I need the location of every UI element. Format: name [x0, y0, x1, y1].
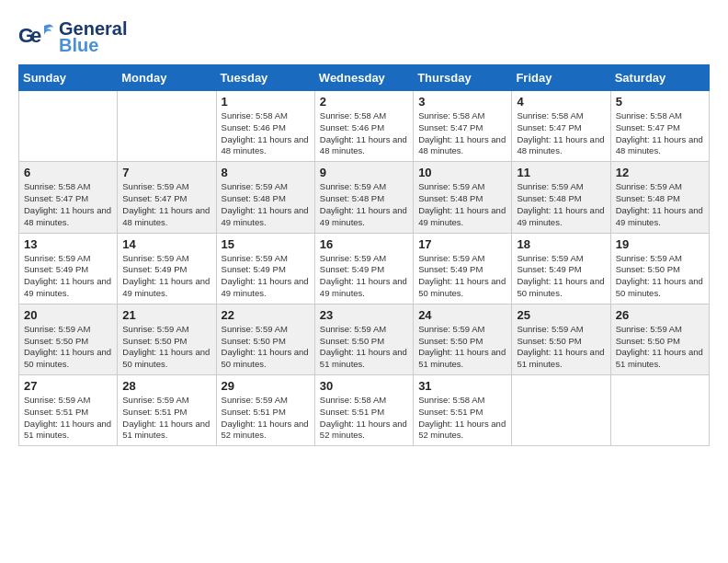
calendar-cell [118, 91, 216, 162]
day-info: Sunrise: 5:59 AM Sunset: 5:48 PM Dayligh… [320, 181, 408, 228]
calendar-cell: 18Sunrise: 5:59 AM Sunset: 5:49 PM Dayli… [512, 233, 610, 304]
calendar-cell: 4Sunrise: 5:58 AM Sunset: 5:47 PM Daylig… [512, 91, 610, 162]
day-number: 29 [222, 379, 310, 393]
day-info: Sunrise: 5:59 AM Sunset: 5:49 PM Dayligh… [517, 253, 605, 300]
day-number: 15 [222, 237, 310, 251]
calendar-cell: 2Sunrise: 5:58 AM Sunset: 5:46 PM Daylig… [314, 91, 413, 162]
calendar-cell: 3Sunrise: 5:58 AM Sunset: 5:47 PM Daylig… [414, 91, 512, 162]
day-number: 9 [320, 166, 408, 179]
calendar-cell: 25Sunrise: 5:59 AM Sunset: 5:50 PM Dayli… [512, 304, 610, 374]
day-info: Sunrise: 5:59 AM Sunset: 5:47 PM Dayligh… [122, 181, 210, 228]
day-info: Sunrise: 5:59 AM Sunset: 5:48 PM Dayligh… [517, 181, 605, 228]
day-info: Sunrise: 5:59 AM Sunset: 5:49 PM Dayligh… [320, 253, 408, 300]
day-info: Sunrise: 5:58 AM Sunset: 5:51 PM Dayligh… [320, 395, 408, 442]
day-number: 11 [517, 166, 605, 179]
calendar-week-row: 6Sunrise: 5:58 AM Sunset: 5:47 PM Daylig… [19, 162, 710, 233]
col-wednesday: Wednesday [314, 65, 413, 91]
day-info: Sunrise: 5:59 AM Sunset: 5:49 PM Dayligh… [222, 253, 310, 300]
day-number: 4 [517, 95, 605, 109]
calendar-cell: 10Sunrise: 5:59 AM Sunset: 5:48 PM Dayli… [414, 162, 512, 233]
calendar-cell: 11Sunrise: 5:59 AM Sunset: 5:48 PM Dayli… [512, 162, 610, 233]
day-info: Sunrise: 5:59 AM Sunset: 5:49 PM Dayligh… [122, 253, 210, 300]
day-info: Sunrise: 5:59 AM Sunset: 5:48 PM Dayligh… [222, 181, 310, 228]
day-number: 10 [418, 166, 506, 179]
calendar-cell: 17Sunrise: 5:59 AM Sunset: 5:49 PM Dayli… [414, 233, 512, 304]
day-info: Sunrise: 5:59 AM Sunset: 5:50 PM Dayligh… [122, 324, 210, 371]
day-number: 16 [320, 237, 408, 251]
day-info: Sunrise: 5:59 AM Sunset: 5:50 PM Dayligh… [222, 324, 310, 371]
day-info: Sunrise: 5:59 AM Sunset: 5:50 PM Dayligh… [616, 324, 704, 371]
day-number: 28 [122, 379, 210, 393]
day-number: 5 [616, 95, 704, 109]
calendar-cell: 8Sunrise: 5:59 AM Sunset: 5:48 PM Daylig… [216, 162, 314, 233]
calendar-cell: 1Sunrise: 5:58 AM Sunset: 5:46 PM Daylig… [216, 91, 314, 162]
page-header: G e General Blue [18, 18, 710, 55]
calendar-cell: 12Sunrise: 5:59 AM Sunset: 5:48 PM Dayli… [610, 162, 709, 233]
calendar-cell: 16Sunrise: 5:59 AM Sunset: 5:49 PM Dayli… [314, 233, 413, 304]
calendar-cell: 21Sunrise: 5:59 AM Sunset: 5:50 PM Dayli… [118, 304, 216, 374]
logo-text-blue: Blue [59, 36, 127, 54]
day-number: 22 [222, 308, 310, 322]
calendar-cell [512, 375, 610, 446]
col-saturday: Saturday [610, 65, 709, 91]
day-info: Sunrise: 5:59 AM Sunset: 5:51 PM Dayligh… [24, 395, 112, 442]
day-number: 14 [122, 237, 210, 251]
col-thursday: Thursday [414, 65, 512, 91]
day-number: 27 [24, 379, 112, 393]
calendar-cell: 23Sunrise: 5:59 AM Sunset: 5:50 PM Dayli… [314, 304, 413, 374]
calendar-cell: 22Sunrise: 5:59 AM Sunset: 5:50 PM Dayli… [216, 304, 314, 374]
day-info: Sunrise: 5:59 AM Sunset: 5:50 PM Dayligh… [517, 324, 605, 371]
day-info: Sunrise: 5:58 AM Sunset: 5:47 PM Dayligh… [616, 110, 704, 157]
calendar-cell: 6Sunrise: 5:58 AM Sunset: 5:47 PM Daylig… [19, 162, 118, 233]
day-info: Sunrise: 5:59 AM Sunset: 5:50 PM Dayligh… [616, 253, 704, 300]
day-number: 6 [24, 166, 112, 179]
day-number: 17 [418, 237, 506, 251]
calendar-week-row: 27Sunrise: 5:59 AM Sunset: 5:51 PM Dayli… [19, 375, 710, 446]
calendar-cell: 7Sunrise: 5:59 AM Sunset: 5:47 PM Daylig… [118, 162, 216, 233]
day-number: 18 [517, 237, 605, 251]
day-number: 21 [122, 308, 210, 322]
day-info: Sunrise: 5:59 AM Sunset: 5:48 PM Dayligh… [616, 181, 704, 228]
day-info: Sunrise: 5:59 AM Sunset: 5:50 PM Dayligh… [24, 324, 112, 371]
day-info: Sunrise: 5:58 AM Sunset: 5:47 PM Dayligh… [418, 110, 506, 157]
calendar-cell: 20Sunrise: 5:59 AM Sunset: 5:50 PM Dayli… [19, 304, 118, 374]
col-monday: Monday [118, 65, 216, 91]
calendar-cell: 26Sunrise: 5:59 AM Sunset: 5:50 PM Dayli… [610, 304, 709, 374]
day-info: Sunrise: 5:59 AM Sunset: 5:51 PM Dayligh… [222, 395, 310, 442]
calendar-cell: 28Sunrise: 5:59 AM Sunset: 5:51 PM Dayli… [118, 375, 216, 446]
day-number: 23 [320, 308, 408, 322]
calendar-cell: 30Sunrise: 5:58 AM Sunset: 5:51 PM Dayli… [314, 375, 413, 446]
day-info: Sunrise: 5:59 AM Sunset: 5:48 PM Dayligh… [418, 181, 506, 228]
day-info: Sunrise: 5:59 AM Sunset: 5:50 PM Dayligh… [320, 324, 408, 371]
calendar-cell: 19Sunrise: 5:59 AM Sunset: 5:50 PM Dayli… [610, 233, 709, 304]
calendar-week-row: 20Sunrise: 5:59 AM Sunset: 5:50 PM Dayli… [19, 304, 710, 374]
day-info: Sunrise: 5:59 AM Sunset: 5:50 PM Dayligh… [418, 324, 506, 371]
col-friday: Friday [512, 65, 610, 91]
calendar-cell: 29Sunrise: 5:59 AM Sunset: 5:51 PM Dayli… [216, 375, 314, 446]
day-info: Sunrise: 5:59 AM Sunset: 5:51 PM Dayligh… [122, 395, 210, 442]
col-sunday: Sunday [19, 65, 118, 91]
day-number: 3 [418, 95, 506, 109]
calendar-cell: 14Sunrise: 5:59 AM Sunset: 5:49 PM Dayli… [118, 233, 216, 304]
day-info: Sunrise: 5:59 AM Sunset: 5:49 PM Dayligh… [418, 253, 506, 300]
calendar-cell [610, 375, 709, 446]
day-info: Sunrise: 5:58 AM Sunset: 5:47 PM Dayligh… [517, 110, 605, 157]
calendar-header-row: Sunday Monday Tuesday Wednesday Thursday… [19, 65, 710, 91]
col-tuesday: Tuesday [216, 65, 314, 91]
day-number: 1 [222, 95, 310, 109]
day-number: 24 [418, 308, 506, 322]
day-number: 30 [320, 379, 408, 393]
day-number: 8 [222, 166, 310, 179]
day-info: Sunrise: 5:58 AM Sunset: 5:46 PM Dayligh… [222, 110, 310, 157]
calendar-cell: 5Sunrise: 5:58 AM Sunset: 5:47 PM Daylig… [610, 91, 709, 162]
day-info: Sunrise: 5:58 AM Sunset: 5:47 PM Dayligh… [24, 181, 112, 228]
day-number: 25 [517, 308, 605, 322]
logo: G e General Blue [18, 18, 127, 55]
day-number: 2 [320, 95, 408, 109]
calendar-cell: 27Sunrise: 5:59 AM Sunset: 5:51 PM Dayli… [19, 375, 118, 446]
day-info: Sunrise: 5:58 AM Sunset: 5:51 PM Dayligh… [418, 395, 506, 442]
calendar-cell [19, 91, 118, 162]
day-info: Sunrise: 5:58 AM Sunset: 5:46 PM Dayligh… [320, 110, 408, 157]
calendar-week-row: 13Sunrise: 5:59 AM Sunset: 5:49 PM Dayli… [19, 233, 710, 304]
day-number: 7 [122, 166, 210, 179]
